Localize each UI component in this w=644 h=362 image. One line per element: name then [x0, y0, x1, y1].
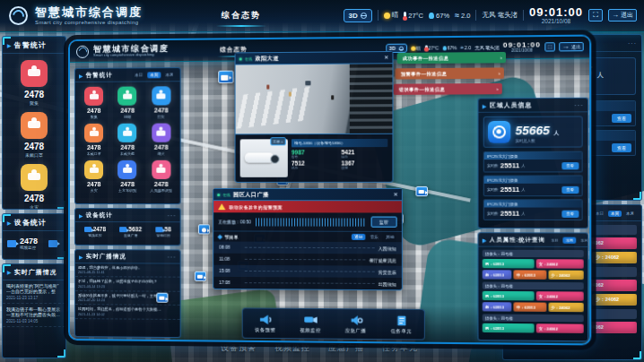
- view-button[interactable]: 查看: [561, 162, 579, 169]
- chip-male[interactable]: 男：63913: [483, 323, 535, 333]
- broadcast-item[interactable]: 不过，我妹艳了起来，没想这孩子白不白的吗？2021-03-14 13:23: [75, 277, 180, 291]
- chip-middle[interactable]: 中：63913: [514, 302, 546, 312]
- toolbar-label-task-unit[interactable]: 任务单元: [382, 342, 418, 354]
- alarm-tile[interactable]: 2478未戴头盔: [110, 121, 144, 158]
- chip-young[interactable]: 少：24062: [592, 294, 637, 306]
- toast-error[interactable]: 错误事件—推送信息›: [393, 83, 501, 95]
- panel-marker-icon: ▶: [7, 270, 12, 275]
- alarm-tile[interactable]: 2478未戴口罩: [77, 121, 110, 158]
- close-icon[interactable]: ✕: [393, 192, 397, 197]
- camera-video-feed[interactable]: [236, 64, 393, 134]
- people-row: IPC25北大门摄像 实时数25511人查看: [483, 151, 583, 173]
- toolbar-label-video-monitor[interactable]: 视频监控: [274, 342, 310, 354]
- chip-elder[interactable]: 老：63913: [483, 302, 512, 311]
- tab-day[interactable]: 本日: [548, 237, 561, 244]
- alarm-tile[interactable]: 2478火灾: [77, 158, 110, 194]
- program-row[interactable]: 17:08出园须知: [213, 277, 402, 289]
- chip-young[interactable]: 少：24062: [548, 271, 584, 280]
- tab-day[interactable]: 本日: [132, 72, 145, 78]
- more-icon[interactable]: ···: [628, 40, 637, 47]
- video-monitor-button[interactable]: 视频监控: [300, 314, 320, 334]
- alarm-tile[interactable]: 2478 火灾: [3, 164, 65, 210]
- program-row[interactable]: 11:08餐厅就餐消息: [213, 254, 402, 266]
- camera-marker[interactable]: [156, 293, 168, 303]
- camera-popup-titlebar: 在线 政阳大道 ✕: [236, 52, 393, 65]
- alarm-tile[interactable]: 2478抽烟: [110, 83, 144, 120]
- camera-marker[interactable]: [195, 272, 206, 281]
- view-button[interactable]: 查看: [612, 143, 631, 152]
- broadcast-item[interactable]: 我满边镜子布一颗心显展示一直粉不可注的唇齿头颈… 2021-11-03 14:0…: [3, 304, 65, 327]
- chip-young[interactable]: 少：24062: [592, 252, 637, 263]
- tab-month[interactable]: 本月: [578, 237, 588, 244]
- weather-temperature: 27°C: [424, 46, 439, 51]
- weather-wind: ≈2.0: [460, 46, 471, 51]
- chip-young[interactable]: 少：24062: [548, 303, 584, 313]
- chip-female[interactable]: 女：24062: [535, 259, 583, 269]
- tab-notice[interactable]: 通知: [352, 234, 366, 240]
- fullscreen-button[interactable]: ⛶: [544, 43, 555, 52]
- tab-week[interactable]: 本周: [147, 72, 161, 78]
- date-value: 2021/10/08: [529, 19, 583, 25]
- pedestrian: [266, 85, 269, 90]
- close-icon[interactable]: ✕: [384, 55, 388, 60]
- tab-overall-situation[interactable]: 综合态势: [220, 7, 263, 24]
- more-icon[interactable]: ···: [574, 102, 584, 108]
- fullscreen-button[interactable]: ⛶: [588, 9, 603, 22]
- exit-button[interactable]: →退出: [559, 42, 584, 52]
- alarm-stats-panel: ▶ 告警统计 本日 本周 本月 2478聚集 2478抽烟 2478打架 247…: [74, 67, 181, 204]
- speaker-marker[interactable]: [198, 224, 210, 234]
- toast-warning[interactable]: 预警事件—推送信息›: [396, 67, 504, 79]
- chip-female[interactable]: 女：24062: [535, 323, 583, 333]
- bg-toolbar-labels: 设备预警 视频监控 应急广播 任务单元: [221, 342, 418, 354]
- alarm-tile[interactable]: 2478 未戴口罩: [3, 112, 65, 158]
- toolbar-label-emergency-broadcast[interactable]: 应急广播: [328, 342, 364, 354]
- chip-middle[interactable]: 中：63913: [514, 270, 546, 279]
- attr-group: 摄像头：四号楼 男：63913 女：24062 老：63913 中：63913 …: [483, 282, 584, 313]
- weather-wind: ≈2.0: [455, 12, 470, 20]
- tab-music[interactable]: 音乐: [367, 234, 381, 240]
- broadcast-item[interactable]: 喝列表特里的“阿巴与格斯”一台自己完好的显示，整个… 2021-11-23 13…: [3, 280, 65, 304]
- tab-month[interactable]: 本月: [623, 211, 637, 217]
- alarm-tile[interactable]: 2478 聚集: [3, 60, 65, 106]
- program-row[interactable]: 08:08入园须知: [213, 242, 402, 254]
- more-icon[interactable]: ···: [167, 254, 176, 260]
- work-order-tag[interactable]: 工单 +: [270, 137, 285, 145]
- camera-marker[interactable]: [218, 71, 233, 83]
- view-button[interactable]: 查看: [561, 185, 579, 193]
- alarm-tile[interactable]: 2478打架: [144, 83, 178, 120]
- chip-male[interactable]: 男：63913: [483, 259, 535, 269]
- listen-button[interactable]: 监听: [371, 217, 397, 228]
- broadcast-item[interactable]: 嗯嗯，我当萝莉控，这是小屁的声音。2021-08-15 11:41: [75, 263, 180, 278]
- toolbar-label-device-warning[interactable]: 设备预警: [221, 342, 257, 354]
- view-button[interactable]: 查看: [561, 210, 579, 217]
- tab-week[interactable]: 本周: [608, 211, 622, 217]
- alarm-tile[interactable]: 2478土方车识别: [110, 158, 144, 194]
- no-mask-icon: [84, 124, 103, 142]
- mode-3d-toggle[interactable]: 3D: [344, 9, 372, 22]
- emergency-broadcast-button[interactable]: 应急广播: [345, 314, 367, 334]
- alarm-tile-value: 2478: [24, 194, 44, 203]
- tab-other[interactable]: 其他: [383, 234, 397, 240]
- toast-success[interactable]: 成功事件—推送信息›: [397, 52, 506, 64]
- device-warning-button[interactable]: 设备预警: [255, 314, 275, 333]
- alarm-tile[interactable]: 2478人员越界识别: [144, 158, 178, 194]
- more-icon[interactable]: ···: [167, 212, 176, 219]
- chip-female[interactable]: 女：24062: [535, 291, 583, 301]
- chip-male[interactable]: 男：63913: [483, 291, 535, 301]
- broadcast-item[interactable]: 过两时间，我幻想见，你知道那个是有个大块楼…2021-11-13 14:02: [75, 305, 180, 319]
- tab-week[interactable]: 本周: [563, 237, 576, 244]
- tab-day[interactable]: 本日: [593, 211, 606, 217]
- view-button[interactable]: 查看: [612, 114, 631, 123]
- panel-marker-icon: ▶: [483, 237, 487, 243]
- alarm-tile[interactable]: 2478聚集: [77, 84, 110, 121]
- chip-elder[interactable]: 老：63913: [483, 270, 512, 279]
- quick-toolbar: 设备预警 视频监控 应急广播 任务单元: [242, 307, 425, 340]
- task-unit-button[interactable]: 任务单元: [391, 315, 413, 335]
- alarm-tile[interactable]: 2478烟火: [144, 120, 178, 157]
- alarm-plan-banner: 联动设备异常的报警预案: [213, 201, 402, 212]
- program-row[interactable]: 15:08背景音乐: [213, 265, 402, 278]
- no-mask-icon: [21, 112, 48, 139]
- camera-marker[interactable]: [415, 186, 428, 196]
- exit-button[interactable]: →退出: [608, 9, 637, 22]
- tab-month[interactable]: 本月: [162, 72, 176, 78]
